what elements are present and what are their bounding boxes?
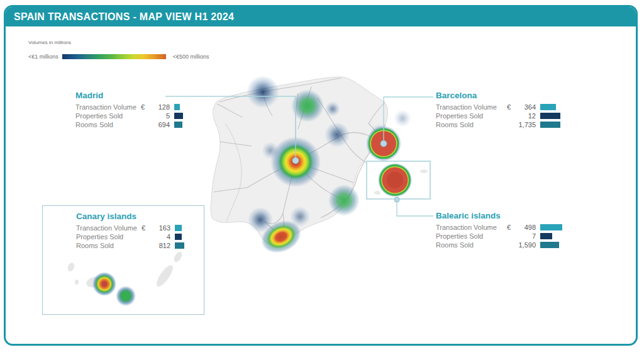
metric-row: Rooms Sold 812 bbox=[76, 241, 221, 250]
barcelona-marker-dot[interactable] bbox=[380, 140, 387, 147]
metric-bar bbox=[174, 113, 183, 119]
metric-bar bbox=[175, 242, 184, 249]
heatmap-blob-zaragoza[interactable] bbox=[325, 122, 350, 147]
currency-symbol: € bbox=[142, 224, 150, 232]
metric-value: 498 bbox=[515, 224, 536, 231]
currency-symbol: € bbox=[507, 224, 515, 231]
metric-value: 5 bbox=[149, 112, 170, 120]
metric-row: Transaction Volume € 498 bbox=[436, 223, 580, 232]
region-title-balearic: Balearic islands bbox=[436, 211, 580, 220]
heatmap-blob-pyrenees[interactable] bbox=[325, 101, 340, 116]
region-title-canary: Canary islands bbox=[76, 212, 221, 221]
balearic-leader-line bbox=[397, 200, 433, 216]
metric-row: Rooms Sold 1,590 bbox=[436, 241, 580, 249]
barcelona-callout[interactable]: Barcelona Transaction Volume € 364 Prope… bbox=[436, 91, 580, 129]
metric-bar bbox=[540, 104, 556, 110]
metric-bar bbox=[540, 224, 562, 230]
metric-label: Properties Sold bbox=[75, 112, 141, 120]
region-title-barcelona: Barcelona bbox=[436, 91, 580, 100]
metric-value: 812 bbox=[150, 242, 170, 249]
metric-bar bbox=[174, 104, 180, 110]
ibiza-island bbox=[374, 191, 380, 195]
metric-label: Transaction Volume bbox=[436, 224, 507, 231]
menorca-island bbox=[420, 169, 428, 173]
metric-row: Rooms Sold 694 bbox=[75, 120, 220, 129]
balearic-marker-inner-shade bbox=[387, 172, 403, 188]
region-title-madrid: Madrid bbox=[75, 91, 220, 100]
metric-row: Properties Sold 4 bbox=[76, 232, 221, 241]
metric-value: 128 bbox=[149, 103, 170, 111]
metric-value: 12 bbox=[515, 112, 536, 120]
metric-label: Rooms Sold bbox=[76, 242, 142, 249]
metric-bar bbox=[174, 122, 182, 128]
metric-label: Properties Sold bbox=[436, 112, 507, 120]
metric-bar bbox=[540, 113, 560, 119]
heatmap-blob-girona[interactable] bbox=[394, 110, 411, 127]
metric-value: 4 bbox=[150, 233, 170, 241]
metric-value: 1,590 bbox=[515, 241, 536, 249]
balearic-callout[interactable]: Balearic islands Transaction Volume € 49… bbox=[436, 211, 580, 249]
currency-symbol: € bbox=[141, 103, 149, 111]
metric-row: Rooms Sold 1,735 bbox=[436, 120, 580, 129]
metric-row: Transaction Volume € 163 bbox=[76, 224, 221, 232]
madrid-callout[interactable]: Madrid Transaction Volume € 128 Properti… bbox=[75, 91, 220, 129]
metric-row: Transaction Volume € 364 bbox=[436, 103, 580, 111]
balearic-marker[interactable] bbox=[374, 164, 428, 197]
balearic-connector-dot bbox=[394, 197, 399, 202]
metric-bar bbox=[175, 225, 182, 231]
metric-value: 1,735 bbox=[515, 121, 536, 128]
dashboard-page: SPAIN TRANSACTIONS - MAP VIEW H1 2024 Vo… bbox=[0, 0, 644, 352]
canary-islands-box[interactable]: Canary islands Transaction Volume € 163 … bbox=[42, 205, 204, 315]
currency-symbol: € bbox=[507, 103, 515, 111]
metric-value: 163 bbox=[150, 224, 170, 232]
metric-label: Rooms Sold bbox=[436, 121, 507, 128]
metric-value: 7 bbox=[515, 232, 536, 240]
metric-row: Transaction Volume € 128 bbox=[75, 103, 220, 111]
metric-value: 694 bbox=[149, 121, 170, 128]
metric-value: 364 bbox=[515, 103, 536, 111]
heatmap-blob-basque[interactable] bbox=[291, 89, 324, 122]
metric-row: Properties Sold 7 bbox=[436, 232, 580, 241]
madrid-marker-dot[interactable] bbox=[292, 157, 299, 164]
canary-callout[interactable]: Canary islands Transaction Volume € 163 … bbox=[76, 212, 221, 250]
metric-label: Transaction Volume bbox=[436, 103, 507, 111]
metric-bar bbox=[540, 122, 560, 128]
metric-label: Transaction Volume bbox=[76, 224, 142, 232]
heatmap-blob-alicante[interactable] bbox=[328, 185, 360, 216]
metric-bar bbox=[175, 234, 182, 240]
metric-label: Rooms Sold bbox=[75, 121, 141, 128]
metric-bar bbox=[540, 242, 559, 248]
metric-label: Properties Sold bbox=[76, 233, 142, 241]
metric-label: Properties Sold bbox=[436, 232, 507, 240]
metric-label: Rooms Sold bbox=[436, 241, 507, 249]
metric-label: Transaction Volume bbox=[75, 103, 141, 111]
metric-row: Properties Sold 12 bbox=[436, 111, 580, 120]
metric-row: Properties Sold 5 bbox=[75, 111, 220, 120]
metric-bar bbox=[540, 233, 552, 239]
heatmap-blob-north-coast[interactable] bbox=[247, 76, 279, 108]
